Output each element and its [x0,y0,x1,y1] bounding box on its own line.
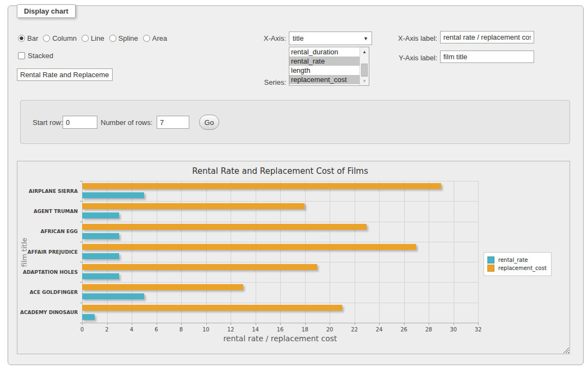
series-option[interactable]: length [289,66,360,75]
bar-replacement_cost [82,244,416,250]
legend-item: replacement_cost [487,265,547,272]
chart-type-area-radio[interactable] [143,35,150,42]
grid-line-vertical [206,181,207,323]
y-axis-tick [80,242,82,242]
series-list-scrollbar[interactable]: ▲ ▼ [360,47,369,85]
y-axis-tick [80,262,82,262]
bar-rental_rate [82,233,119,239]
chart-type-bar-radio[interactable] [18,35,25,42]
bar-replacement_cost [82,224,367,230]
y-axis-tick [80,303,82,303]
legend-item: rental_rate [487,256,547,264]
scrollbar-thumb[interactable] [361,64,368,77]
bar-replacement_cost [82,264,317,270]
y-axis-tick [80,181,82,181]
series-option[interactable]: rental_duration [289,47,360,57]
y-axis-title: film title [20,212,28,293]
x-axis-selected-value: title [293,34,304,42]
chart-type-column[interactable]: Column [43,34,77,42]
row-range-fieldset: Start row: Number of rows: Go [20,100,570,144]
grid-line-vertical [454,181,454,323]
x-tick-label: 32 [475,327,482,333]
x-tick-label: 24 [376,327,383,333]
x-tick-label: 16 [277,327,284,333]
grid-line-vertical [355,181,355,323]
x-axis-tick [478,323,479,325]
x-axis-select[interactable]: title ▼ [289,32,372,45]
number-of-rows-input[interactable] [157,116,189,129]
x-axis-title: rental rate / replacement cost [82,334,478,343]
bar-rental_rate [82,293,144,299]
x-axis-label-input[interactable] [440,31,534,43]
y-axis-tick [80,222,82,222]
start-row-input[interactable] [63,116,97,129]
category-label: AIRPLANE SIERRA [20,189,78,194]
chart-type-spline-radio[interactable] [109,35,116,42]
y-axis-tick [80,201,82,202]
category-label: AFRICAN EGG [20,229,78,234]
scrollbar-down-icon[interactable]: ▼ [360,77,369,85]
grid-line-vertical [157,181,157,323]
grid-line-vertical [107,181,108,323]
category-label: ACADEMY DINOSAUR [20,310,78,315]
chart-type-line[interactable]: Line [82,34,104,42]
grid-line-horizontal [82,282,478,283]
x-tick-label: 0 [81,327,84,333]
grid-line-vertical [132,181,132,323]
legend-label: replacement_cost [498,265,547,271]
stacked-option[interactable]: Stacked [18,52,53,60]
grid-line-horizontal [82,242,478,242]
grid-line-vertical [429,181,429,323]
bar-rental_rate [82,253,119,259]
stacked-checkbox[interactable] [18,52,25,59]
y-axis-label-caption: Y-Axis label: [365,54,437,62]
bar-rental_rate [82,212,119,218]
number-of-rows-label: Number of rows: [101,118,152,127]
chart-type-radio-group: Bar Column Line Spline Area [18,34,172,42]
resize-handle-icon[interactable] [563,347,569,353]
chart-type-column-radio[interactable] [43,35,50,42]
legend-label: rental_rate [498,257,528,263]
chart-type-line-radio[interactable] [82,35,89,42]
category-label: AFFAIR PREJUDICE [20,249,78,255]
grid-line-vertical [181,181,182,323]
grid-line-vertical [478,181,479,323]
x-tick-label: 28 [425,327,432,333]
y-axis-tick [80,282,82,283]
series-option[interactable]: replacement_cost [289,75,360,84]
stacked-label: Stacked [28,52,53,60]
bar-replacement_cost [82,305,342,311]
x-tick-label: 26 [400,327,407,333]
grid-line-horizontal [82,262,478,262]
grid-line-horizontal [82,303,478,303]
chart-title-input[interactable] [17,68,113,81]
panel-title: Display chart [17,4,76,18]
chart-type-spline[interactable]: Spline [109,34,138,42]
x-tick-label: 20 [326,327,333,333]
grid-line-horizontal [82,181,478,181]
category-label: ADAPTATION HOLES [20,269,78,275]
bar-replacement_cost [82,183,441,189]
legend-swatch-icon [487,256,494,264]
bar-replacement_cost [82,203,305,209]
bar-rental_rate [82,273,119,279]
series-list-label: Series: [215,78,286,86]
go-button[interactable]: Go [199,115,219,130]
chart-type-area[interactable]: Area [143,34,167,42]
chart-container: Rental Rate and Replacement Cost of Film… [17,161,570,354]
start-row-label: Start row: [33,118,63,127]
bar-rental_rate [82,314,95,320]
chart-type-bar[interactable]: Bar [18,34,38,42]
series-multiselect[interactable]: rental_durationrental_ratelengthreplacem… [289,47,369,86]
grid-line-vertical [330,181,330,323]
series-option[interactable]: rental_rate [289,57,360,66]
grid-line-vertical [379,181,380,323]
grid-line-horizontal [82,201,478,202]
y-axis-label-input[interactable] [440,51,534,63]
grid-line-vertical [305,181,306,323]
x-tick-label: 8 [180,327,183,333]
chart-title: Rental Rate and Replacement Cost of Film… [82,166,478,176]
category-label: AGENT TRUMAN [20,209,78,214]
legend-swatch-icon [487,265,494,272]
bar-rental_rate [82,192,144,198]
